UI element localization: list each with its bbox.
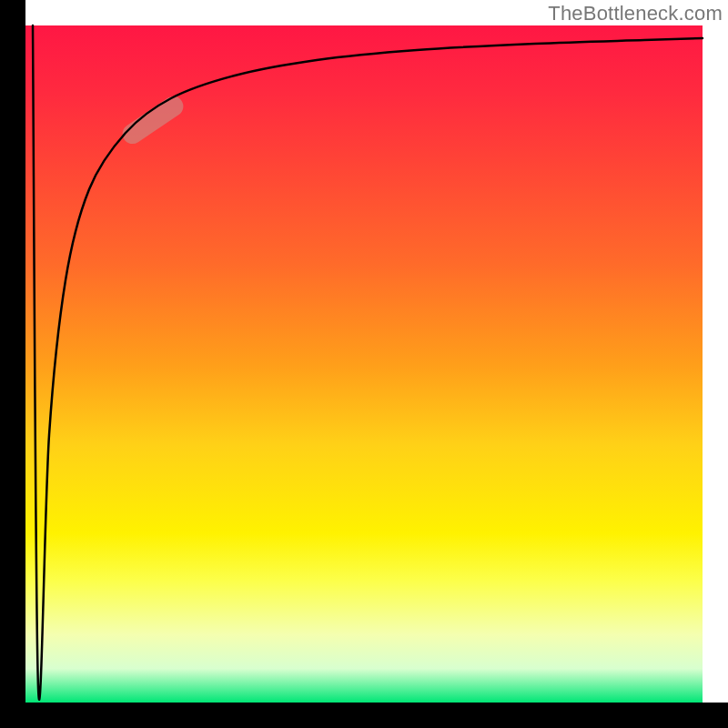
plot-area [25, 25, 703, 703]
curve-layer [25, 25, 703, 703]
bottleneck-plot [0, 0, 728, 728]
watermark-text: TheBottleneck.com [548, 2, 723, 25]
svg-rect-0 [118, 93, 187, 148]
highlight-capsule [118, 93, 187, 148]
